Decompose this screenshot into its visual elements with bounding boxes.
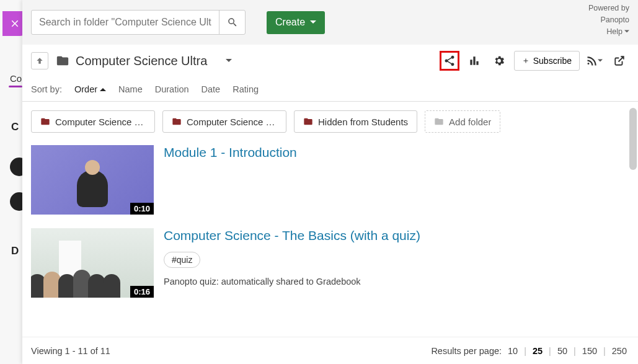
sort-name[interactable]: Name (118, 84, 143, 94)
sort-asc-icon (100, 86, 106, 92)
powered-line2: Panopto (588, 14, 629, 26)
sort-bar: Sort by: Order Name Duration Date Rating (22, 77, 638, 102)
open-external-button[interactable] (609, 51, 629, 71)
subfolder-chip[interactable]: Computer Science Ultra [a... (31, 110, 155, 133)
bg-letter-c: C (11, 121, 19, 133)
rpp-option[interactable]: 10 (505, 346, 520, 356)
folder-icon (303, 117, 313, 127)
rss-button[interactable] (585, 51, 605, 71)
gear-icon (493, 55, 505, 67)
settings-button[interactable] (489, 51, 509, 71)
external-link-icon (614, 55, 625, 66)
background-sidebar: Co C D (0, 0, 22, 364)
panopto-panel: Create Powered by Panopto Help Computer … (22, 0, 638, 364)
stats-button[interactable] (464, 51, 484, 71)
rss-icon (587, 55, 598, 66)
sort-duration[interactable]: Duration (155, 84, 189, 94)
bg-letter-d: D (11, 245, 19, 257)
folder-icon (172, 117, 182, 127)
viewing-status: Viewing 1 - 11 of 11 (31, 346, 110, 356)
folder-icon (40, 117, 50, 127)
caret-down-icon (598, 58, 603, 63)
video-info: Module 1 - Introduction (164, 145, 629, 215)
duration-badge: 0:16 (130, 286, 154, 298)
search-input[interactable] (32, 11, 219, 34)
help-label: Help (606, 26, 622, 38)
rpp-option[interactable]: 150 (580, 346, 600, 356)
subfolder-chip[interactable]: Computer Science Unit 1 (162, 110, 286, 133)
rpp-option[interactable]: 50 (555, 346, 570, 356)
folder-name: Computer Science Ultra (76, 54, 207, 68)
folder-title-dropdown[interactable]: Computer Science Ultra (56, 54, 232, 68)
video-thumbnail[interactable]: 0:10 (31, 145, 154, 215)
subscribe-label: Subscribe (533, 56, 572, 66)
rpp-option[interactable]: 25 (530, 346, 545, 356)
folder-bar: Computer Science Ultra Subscribe (22, 45, 638, 77)
search-button[interactable] (219, 11, 245, 34)
folder-up-button[interactable] (31, 52, 48, 69)
scrollbar-thumb[interactable] (629, 108, 637, 170)
add-folder-button[interactable]: Add folder (425, 110, 500, 133)
results-per-page: Results per page: 10 | 25 | 50 | 150 | 2… (431, 346, 629, 356)
video-row: 0:16 Computer Science - The Basics (with… (31, 228, 629, 298)
search-icon (227, 17, 238, 28)
search-wrap (31, 10, 246, 35)
caret-down-icon (310, 19, 316, 25)
video-row: 0:10 Module 1 - Introduction (31, 145, 629, 215)
create-label: Create (275, 17, 305, 28)
video-title-link[interactable]: Computer Science - The Basics (with a qu… (164, 228, 420, 242)
content-area: Computer Science Ultra [a... Computer Sc… (22, 102, 638, 337)
plus-icon (522, 57, 529, 64)
powered-by: Powered by Panopto Help (588, 2, 629, 37)
help-link[interactable]: Help (588, 26, 629, 38)
duration-badge: 0:10 (130, 203, 154, 215)
rpp-option[interactable]: 250 (609, 346, 629, 356)
share-button[interactable] (440, 51, 459, 71)
footer-bar: Viewing 1 - 11 of 11 Results per page: 1… (22, 337, 638, 364)
sort-label: Sort by: (31, 84, 62, 94)
video-tag[interactable]: #quiz (164, 252, 200, 268)
video-description: Panopto quiz: automatically shared to Gr… (164, 277, 629, 286)
subscribe-button[interactable]: Subscribe (514, 51, 580, 71)
folder-icon (434, 117, 444, 127)
subfolder-row: Computer Science Ultra [a... Computer Sc… (31, 110, 629, 133)
video-info: Computer Science - The Basics (with a qu… (164, 228, 629, 298)
top-bar: Create Powered by Panopto Help (22, 0, 638, 45)
subfolder-chip[interactable]: Hidden from Students (294, 110, 417, 133)
bg-tab: Co (0, 67, 22, 84)
rpp-label: Results per page: (431, 346, 502, 356)
bg-tab-underline (9, 86, 22, 87)
close-icon (9, 18, 20, 29)
create-button[interactable]: Create (267, 11, 325, 34)
video-title-link[interactable]: Module 1 - Introduction (164, 145, 297, 159)
caret-down-icon (226, 58, 232, 64)
sort-rating[interactable]: Rating (233, 84, 259, 94)
powered-line1: Powered by (588, 2, 629, 14)
folder-icon (56, 54, 69, 68)
arrow-up-icon (35, 56, 44, 65)
folder-actions: Subscribe (440, 51, 629, 71)
sort-order[interactable]: Order (74, 84, 106, 94)
sort-date[interactable]: Date (202, 84, 221, 94)
bar-chart-icon (468, 55, 481, 67)
video-thumbnail[interactable]: 0:16 (31, 228, 154, 298)
share-icon (443, 55, 456, 67)
caret-down-icon (624, 29, 629, 34)
